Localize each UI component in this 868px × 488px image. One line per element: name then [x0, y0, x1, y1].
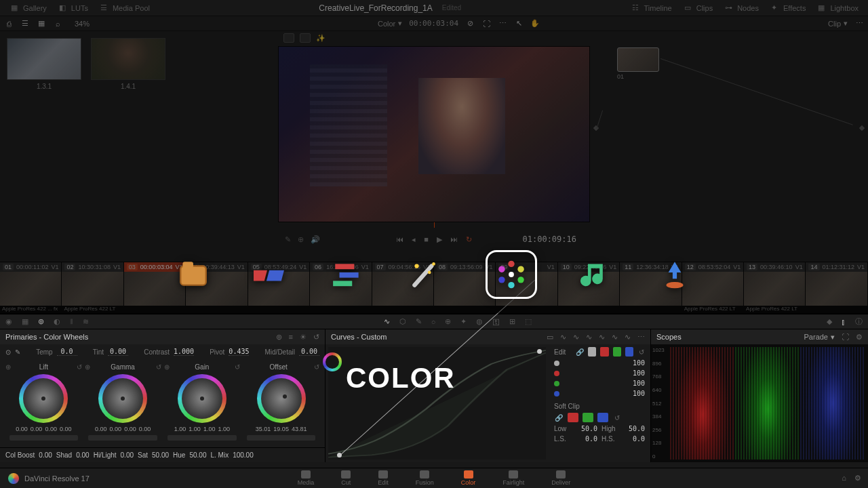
clip-thumbnail[interactable]: 1300:39:46:10V1Apple ProRes 422 LT: [744, 262, 806, 314]
cursor-icon[interactable]: ↖: [514, 19, 524, 28]
luma-intensity[interactable]: 100: [633, 359, 645, 367]
curve-point[interactable]: [537, 349, 542, 354]
sc-low[interactable]: 50.0: [581, 425, 597, 432]
gain-master[interactable]: [167, 435, 236, 441]
effects-toggle[interactable]: ✦Effects: [764, 0, 811, 16]
color-wheels-icon[interactable]: ⊚: [38, 317, 44, 326]
color-page-icon[interactable]: [486, 250, 537, 299]
custom-curve-icon[interactable]: ▭: [547, 333, 553, 342]
reset-icon[interactable]: ↺: [313, 333, 319, 342]
offset-values[interactable]: 35.0119.0543.81: [256, 426, 307, 432]
media-page-icon[interactable]: [176, 258, 210, 291]
viewer-mode[interactable]: Color ▾: [378, 19, 402, 28]
scope-settings-icon[interactable]: ⚙: [856, 333, 863, 342]
log-mode-icon[interactable]: ☀: [300, 333, 307, 342]
lum-sat-icon[interactable]: ∿: [599, 333, 605, 342]
lift-master[interactable]: [9, 435, 78, 441]
link-icon[interactable]: 🔗: [576, 347, 584, 357]
rgb-mixer-icon[interactable]: ⫴: [70, 317, 73, 326]
edit-page-icon[interactable]: [331, 258, 365, 291]
timeline-toggle[interactable]: ☷Timeline: [625, 0, 677, 16]
3d-icon[interactable]: ⬚: [525, 317, 532, 326]
hue-sat-icon[interactable]: ∿: [573, 333, 579, 342]
still-grab-icon[interactable]: ⎙: [4, 19, 14, 28]
temp-value[interactable]: 0.0: [57, 348, 77, 356]
clip-thumbnail[interactable]: 0100:00:11:02V1Apple ProRes 422 ... fx: [0, 262, 62, 314]
wheels-mode-icon[interactable]: ⊚: [276, 333, 282, 342]
nodes-toggle[interactable]: ⊶Nodes: [718, 0, 764, 16]
options-icon[interactable]: ⋯: [498, 19, 507, 28]
project-settings-icon[interactable]: ⚙: [854, 474, 861, 483]
sc-red-button[interactable]: [568, 413, 578, 422]
gamma-wheel[interactable]: [98, 374, 147, 423]
reset-icon[interactable]: ↺: [612, 413, 622, 422]
offset-master[interactable]: [247, 435, 315, 441]
hue-value[interactable]: 50.00: [189, 451, 206, 459]
gain-wheel[interactable]: [178, 374, 226, 423]
green-intensity[interactable]: 100: [633, 380, 645, 387]
blue-channel-button[interactable]: [625, 347, 633, 357]
corrector-node[interactable]: [617, 47, 659, 72]
page-fusion[interactable]: Fusion: [416, 470, 434, 486]
deliver-page-icon[interactable]: [658, 258, 692, 291]
bypass-icon[interactable]: ⊘: [465, 19, 475, 28]
gallery-still[interactable]: 1.3.1: [7, 38, 81, 90]
auto-balance-icon[interactable]: ⊙: [5, 348, 11, 356]
sc-blue-button[interactable]: [597, 413, 608, 422]
sat-value[interactable]: 50.00: [152, 451, 169, 459]
luts-toggle[interactable]: ◧LUTs: [52, 0, 94, 16]
offset-reset-icon[interactable]: ↺: [314, 363, 319, 371]
viewer-scrubber[interactable]: [278, 222, 590, 229]
colboost-value[interactable]: 0.00: [39, 451, 52, 459]
media-pool-toggle[interactable]: ☰Media Pool: [94, 0, 155, 16]
expand-icon[interactable]: ⛶: [481, 19, 491, 28]
link-icon[interactable]: 🔗: [554, 413, 564, 422]
hand-icon[interactable]: ✋: [530, 19, 540, 28]
hue-lum-icon[interactable]: ∿: [586, 333, 592, 342]
contrast-value[interactable]: 1.000: [174, 348, 194, 356]
node-graph[interactable]: 01: [590, 31, 868, 262]
list-view-icon[interactable]: ☰: [20, 19, 30, 28]
unmix-icon[interactable]: ⊕: [298, 235, 304, 244]
scope-mode-dropdown[interactable]: Parade ▾: [804, 333, 835, 342]
clip-thumbnail[interactable]: 0210:30:31:08V1Apple ProRes 422 LT: [62, 262, 123, 314]
sc-high[interactable]: 50.0: [629, 425, 645, 432]
reset-icon[interactable]: ↺: [637, 347, 645, 357]
viewer-image[interactable]: [278, 46, 590, 222]
lift-yrgb-icon[interactable]: ⊕: [5, 363, 11, 371]
lift-reset-icon[interactable]: ↺: [77, 363, 82, 371]
gamma-yrgb-icon[interactable]: ⊕: [85, 363, 90, 371]
fusion-page-icon[interactable]: [408, 258, 442, 291]
highlight-icon[interactable]: ✨: [316, 33, 326, 43]
red-intensity[interactable]: 100: [633, 369, 645, 377]
gamma-values[interactable]: 0.000.000.000.00: [95, 426, 151, 432]
sc-green-button[interactable]: [583, 413, 593, 422]
options-icon[interactable]: ⋯: [637, 333, 645, 342]
gamma-reset-icon[interactable]: ↺: [156, 363, 161, 371]
clip-dropdown[interactable]: Clip ▾: [828, 19, 848, 28]
node-output[interactable]: [859, 125, 865, 131]
image-wipe-icon[interactable]: [283, 33, 294, 43]
page-color[interactable]: Color: [461, 470, 476, 486]
stop-button[interactable]: ■: [424, 235, 429, 243]
sc-hs[interactable]: 0.0: [633, 435, 645, 443]
magic-mask-icon[interactable]: ✦: [460, 317, 467, 326]
pivot-value[interactable]: 0.435: [229, 348, 249, 356]
play-button[interactable]: ▶: [437, 235, 442, 244]
hdr-icon[interactable]: ◐: [54, 317, 60, 326]
search-icon[interactable]: ⌕: [53, 19, 62, 28]
audio-icon[interactable]: 🔊: [311, 235, 320, 244]
loop-button[interactable]: ↻: [466, 235, 472, 244]
sat-sat-icon[interactable]: ∿: [612, 333, 618, 342]
blur-icon[interactable]: ◍: [476, 317, 483, 326]
fairlight-page-icon[interactable]: [580, 258, 614, 291]
curve-editor[interactable]: COLOR: [328, 347, 546, 460]
tracker-icon[interactable]: ⊕: [445, 317, 451, 326]
hue-hue-icon[interactable]: ∿: [560, 333, 566, 342]
page-fairlight[interactable]: Fairlight: [502, 470, 524, 486]
tint-value[interactable]: 0.00: [108, 348, 128, 356]
home-icon[interactable]: ⌂: [842, 474, 846, 483]
camera-raw-icon[interactable]: ◉: [5, 317, 12, 326]
keyframes-icon[interactable]: ◆: [827, 317, 832, 326]
picker-icon[interactable]: ✎: [15, 348, 20, 356]
